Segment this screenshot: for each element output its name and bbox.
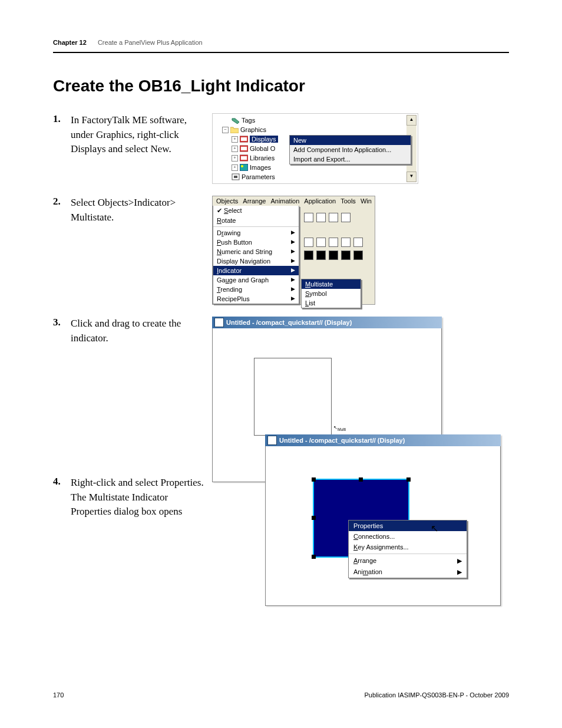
display-window-2: Untitled - /compact_quickstart// (Displa… <box>265 434 501 605</box>
svg-rect-3 <box>241 147 247 150</box>
resize-handle[interactable] <box>406 477 411 482</box>
toolbar-icon[interactable]: ▼ <box>329 251 338 260</box>
dropdown-objects: ✔ Select Rotate Drawing▶ Push Button▶ Nu… <box>213 206 299 304</box>
parameters-icon <box>232 173 240 180</box>
tree-label: Graphics <box>240 126 266 133</box>
ctx-animation[interactable]: Animation▶ <box>349 566 467 578</box>
menu-item-drawing[interactable]: Drawing▶ <box>213 228 299 238</box>
toolbar-icon[interactable] <box>353 238 363 247</box>
svg-rect-5 <box>241 156 247 160</box>
submenu-item-list[interactable]: List <box>302 298 361 308</box>
menu-item-gauge[interactable]: Gauge and Graph▶ <box>213 275 299 285</box>
tree-label: Tags <box>242 117 255 124</box>
display-folder-icon <box>240 154 248 162</box>
publication-id: Publication IASIMP-QS003B-EN-P - October… <box>364 691 509 699</box>
tree-item-graphics[interactable]: − Graphics <box>215 125 415 134</box>
menu-item-recipe[interactable]: RecipePlus▶ <box>213 294 299 304</box>
toolbar-icon[interactable] <box>316 238 326 247</box>
step-number: 1. <box>53 113 71 125</box>
folder-icon <box>230 126 239 133</box>
toolbar-icon[interactable] <box>329 238 338 247</box>
window-title: Untitled - /compact_quickstart// (Displa… <box>279 437 405 444</box>
menu-tools[interactable]: Tools <box>340 197 356 205</box>
submenu-item-multistate[interactable]: Multistate <box>302 279 361 289</box>
header-rule <box>53 52 509 53</box>
ctx-arrange[interactable]: Arrange▶ <box>349 555 467 566</box>
step-3: 3. Click and drag to create the indicato… <box>53 317 509 611</box>
menu-item-numeric[interactable]: Numeric and String▶ <box>213 247 299 256</box>
app-icon <box>267 436 277 445</box>
display-folder-icon <box>240 136 248 143</box>
step-number: 2. <box>53 196 71 207</box>
menubar: Objects Arrange Animation Application To… <box>213 196 375 206</box>
expander-icon[interactable]: + <box>232 146 238 152</box>
menu-application[interactable]: Application <box>304 197 336 205</box>
expander-icon[interactable]: + <box>232 136 238 143</box>
chapter-number: Chapter 12 <box>53 39 87 46</box>
titlebar: Untitled - /compact_quickstart// (Displa… <box>265 434 501 446</box>
tree-item-tags[interactable]: Tags <box>215 116 415 125</box>
resize-handle[interactable] <box>312 516 316 520</box>
cursor-icon: ↖ <box>431 523 438 534</box>
canvas[interactable]: Properties Connections... Key Assignment… <box>265 446 501 606</box>
svg-rect-9 <box>234 176 237 178</box>
resize-handle[interactable] <box>312 477 316 482</box>
menu-item-add-component[interactable]: Add Component Into Application... <box>290 145 411 154</box>
tree-item-parameters[interactable]: Parameters <box>215 172 415 182</box>
menu-objects[interactable]: Objects <box>216 197 238 205</box>
menu-item-import-export[interactable]: Import and Export... <box>290 154 411 164</box>
toolbar-icon[interactable] <box>341 213 351 222</box>
expander-icon[interactable]: + <box>232 155 238 162</box>
step-text: Right-click and select Properties. The M… <box>71 476 206 519</box>
menu-animation[interactable]: Animation <box>270 197 299 205</box>
ctx-connections[interactable]: Connections... <box>349 531 467 542</box>
resize-handle[interactable] <box>359 477 363 482</box>
toolbar-icon[interactable] <box>304 213 313 222</box>
menu-window[interactable]: Win <box>361 197 372 205</box>
toolbar-icon[interactable] <box>304 238 313 247</box>
toolbar-icons: ◀ ▶ ▼ ▲ ⤓ <box>304 213 363 260</box>
step-number: 4. <box>53 476 71 487</box>
ctx-key-assignments[interactable]: Key Assignments... <box>349 542 467 552</box>
menu-item-display-nav[interactable]: Display Navigation▶ <box>213 256 299 266</box>
expander-icon[interactable]: + <box>232 164 238 171</box>
scroll-down-icon[interactable]: ▼ <box>406 172 416 182</box>
menu-item-push-button[interactable]: Push Button▶ <box>213 238 299 247</box>
submenu-indicator: Multistate Symbol List <box>301 279 361 308</box>
menu-separator <box>349 554 467 554</box>
toolbar-icon[interactable]: ▶ <box>316 251 326 260</box>
images-icon <box>240 164 248 171</box>
drag-marquee <box>254 358 332 436</box>
step-followup: The Multistate Indicator Properties dial… <box>71 492 182 518</box>
toolbar-icon[interactable]: ⤓ <box>353 251 363 260</box>
menu-item-rotate[interactable]: Rotate <box>213 216 299 225</box>
toolbar-icon[interactable] <box>329 213 338 222</box>
menu-item-trending[interactable]: Trending▶ <box>213 285 299 294</box>
submenu-item-symbol[interactable]: Symbol <box>302 289 361 298</box>
menu-item-select[interactable]: ✔ Select <box>213 206 299 216</box>
running-header: Chapter 12 Create a PanelView Plus Appli… <box>53 39 509 46</box>
figure-tree-context: Tags − Graphics + Displays <box>212 113 418 184</box>
step-text: Select Objects>Indicator> Multistate. <box>71 196 206 225</box>
scroll-up-icon[interactable]: ▲ <box>406 115 416 126</box>
section-title: Create the OB16_Light Indicator <box>53 77 509 95</box>
toolbar-icon[interactable]: ◀ <box>304 251 313 260</box>
tree-label-selected: Displays <box>250 136 278 143</box>
expander-icon[interactable]: − <box>222 127 229 133</box>
window-title: Untitled - /compact_quickstart// (Displa… <box>226 319 352 326</box>
toolbar-icon[interactable] <box>316 213 326 222</box>
tree-label: Libraries <box>250 154 275 162</box>
menu-separator <box>213 226 299 227</box>
step-text: Click and drag to create the indicator. <box>71 317 206 345</box>
toolbar-icon[interactable]: ▲ <box>341 251 351 260</box>
menu-item-indicator[interactable]: Indicator▶ <box>213 266 299 275</box>
tag-icon <box>232 117 240 124</box>
ctx-properties[interactable]: Properties <box>349 521 467 531</box>
menu-item-new[interactable]: New <box>290 136 411 145</box>
toolbar-icon[interactable] <box>341 238 351 247</box>
resize-handle[interactable] <box>312 555 316 559</box>
step-text: In FactoryTalk ME software, under Graphi… <box>71 113 206 157</box>
step-number: 3. <box>53 317 71 328</box>
menu-arrange[interactable]: Arrange <box>243 197 266 205</box>
tree-label: Images <box>250 164 271 171</box>
